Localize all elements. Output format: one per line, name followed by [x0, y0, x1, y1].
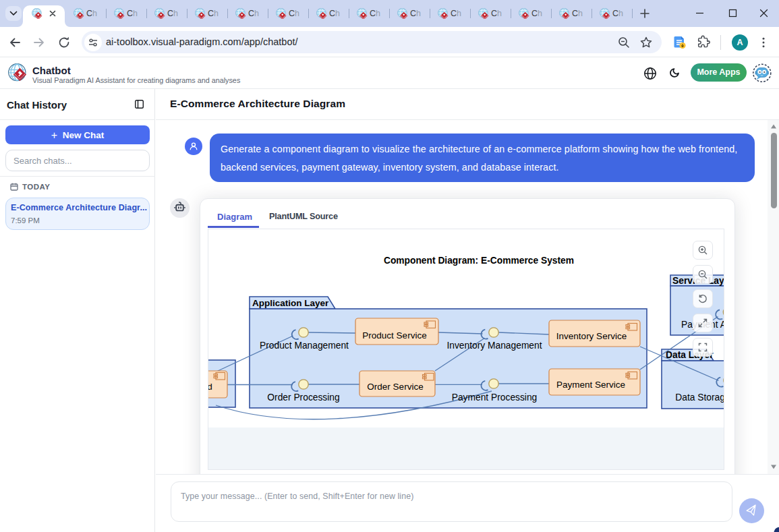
svg-text:Component Diagram: E-Commerce: Component Diagram: E-Commerce System — [384, 256, 574, 266]
svg-text:Product Management: Product Management — [260, 341, 349, 351]
svg-text:Order Processing: Order Processing — [267, 392, 339, 403]
svg-text:Application Layer: Application Layer — [252, 298, 329, 308]
svg-text:Payment Service: Payment Service — [556, 380, 625, 390]
svg-text:Inventory Service: Inventory Service — [556, 331, 627, 341]
svg-text:Web Frontend: Web Frontend — [208, 382, 212, 392]
svg-text:Data Storage: Data Storage — [675, 392, 724, 403]
svg-text:Product Service: Product Service — [362, 330, 426, 341]
svg-text:Payment Processing: Payment Processing — [452, 392, 538, 403]
svg-text:Inventory Management: Inventory Management — [446, 341, 542, 351]
svg-text:Order Service: Order Service — [367, 382, 423, 392]
